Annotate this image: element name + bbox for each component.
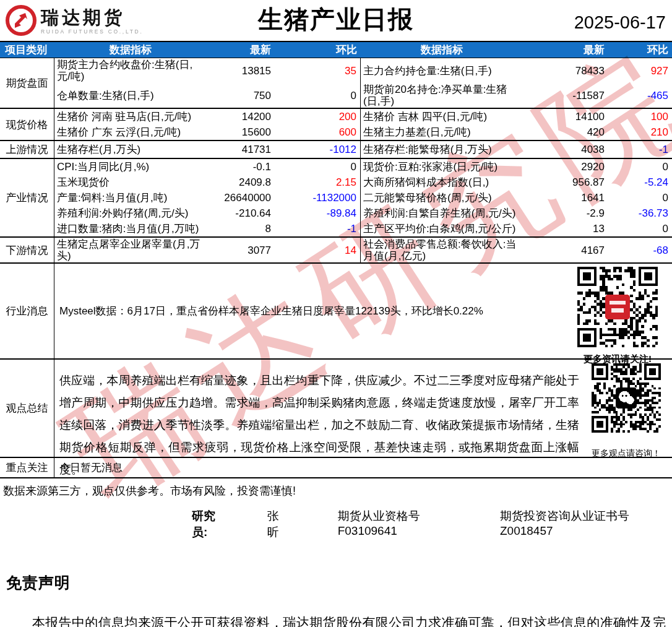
researcher-name: 张昕 [267, 508, 290, 540]
category-label: 现货价格 [0, 109, 54, 140]
latest-value-cell: 14200 [207, 109, 276, 124]
latest-value-cell: 26640000 [207, 190, 276, 205]
indicator-cell: CPI:当月同比(月,%) [54, 159, 207, 175]
indicator-cell: 现货价:豆粕:张家港(日,元/吨) [361, 159, 523, 175]
latest-value-cell: 15600 [207, 124, 276, 140]
indicator-cell: 玉米现货价 [54, 175, 207, 190]
indicator-cell: 养殖利润:外购仔猪(周,元/头) [54, 205, 207, 221]
table-group-5: 下游情况生猪定点屠宰企业屠宰量(月,万头)307714社会消费品零售总额:餐饮收… [0, 238, 672, 264]
change-value-cell: -1 [610, 141, 672, 158]
indicator-cell: 生猪存栏:能繁母猪(月,万头) [361, 141, 523, 158]
info-qr-code: 更多资讯请关注! [577, 267, 658, 365]
indicator-cell: 二元能繁母猪价格(周,元/头) [361, 190, 523, 205]
col-header-latest-right: 最新 [523, 43, 610, 57]
indicator-cell: 期货前20名持仓:净买单量:生猪(日,手) [361, 83, 523, 108]
indicator-cell: 生猪存栏(月,万头) [54, 141, 207, 158]
report-page: 瑞达研究院 瑞达期货 RUIDA FUTURES CO.,LTD. 生猪产业日报… [0, 0, 672, 627]
disclaimer-section: 免责声明 本报告中的信息均来源于公开可获得资料，瑞达期货股份有限公司力求准确可靠… [0, 573, 672, 627]
indicator-cell: 生猪价 广东 云浮(日,元/吨) [54, 124, 207, 140]
company-logo: 瑞达期货 RUIDA FUTURES CO.,LTD. [5, 4, 144, 39]
latest-value-cell: 4038 [523, 141, 610, 158]
report-date: 2025-06-17 [574, 12, 666, 33]
logo-text-en: RUIDA FUTURES CO.,LTD. [41, 28, 144, 35]
change-value-cell: 0 [610, 221, 672, 236]
table-group-8: 重点关注今日暂无消息 [0, 458, 672, 478]
indicator-cell: 仓单数量:生猪(日,手) [54, 83, 207, 108]
latest-value-cell: 1641 [523, 190, 610, 205]
col-header-category: 项目类别 [0, 43, 54, 57]
table-group-2: 现货价格生猪价 河南 驻马店(日,元/吨)14200200生猪价 吉林 四平(日… [0, 109, 672, 141]
change-value-cell: -465 [610, 83, 672, 108]
disclaimer-body: 本报告中的信息均来源于公开可获得资料，瑞达期货股份有限公司力求准确可靠，但对这些… [6, 610, 666, 627]
category-label: 下游情况 [0, 238, 54, 262]
change-value-cell: 35 [276, 58, 361, 83]
latest-value-cell: 14100 [523, 109, 610, 124]
change-value-cell: 0 [610, 190, 672, 205]
change-value-cell: 14 [276, 238, 361, 262]
change-value-cell: -1132000 [276, 190, 361, 205]
change-value-cell: -89.84 [276, 205, 361, 221]
indicator-cell: 养殖利润:自繁自养生猪(周,元/头) [361, 205, 523, 221]
researcher-line: 研究员: 张昕 期货从业资格号F03109641 期货投资咨询从业证书号Z001… [192, 508, 672, 540]
change-value-cell: 2.15 [276, 175, 361, 190]
category-label: 重点关注 [0, 458, 54, 477]
researcher-label: 研究员: [192, 508, 229, 540]
indicator-cell: 生猪主力基差(日,元/吨) [361, 124, 523, 140]
col-header-indicator-left: 数据指标 [54, 43, 207, 57]
latest-value-cell: -210.64 [207, 205, 276, 221]
indicator-cell: 主产区平均价:白条鸡(周,元/公斤) [361, 221, 523, 236]
indicator-cell: 进口数量:猪肉:当月值(月,万吨) [54, 221, 207, 236]
risk-note: 数据来源第三方，观点仅供参考。市场有风险，投资需谨慎! [0, 478, 672, 498]
indicator-cell: 生猪定点屠宰企业屠宰量(月,万头) [54, 238, 207, 262]
latest-value-cell: 8 [207, 221, 276, 236]
change-value-cell: -5.24 [610, 175, 672, 190]
disclaimer-heading: 免责声明 [6, 573, 666, 593]
change-value-cell: 927 [610, 58, 672, 83]
logo-text-cn: 瑞达期货 [41, 9, 144, 27]
col-header-change-right: 环比 [610, 43, 672, 57]
col-header-change-left: 环比 [276, 43, 361, 57]
report-header: 瑞达期货 RUIDA FUTURES CO.,LTD. 生猪产业日报 2025-… [0, 0, 672, 41]
latest-value-cell: 13 [523, 221, 610, 236]
category-label: 上游情况 [0, 141, 54, 158]
latest-value-cell: -11587 [523, 83, 610, 108]
change-value-cell: -1012 [276, 141, 361, 158]
focus-text-cell: 今日暂无消息 [54, 458, 672, 477]
latest-value-cell: 13815 [207, 58, 276, 83]
indicator-cell: 大商所猪饲料成本指数(日,) [361, 175, 523, 190]
change-value-cell: 0 [610, 159, 672, 175]
latest-value-cell: 420 [523, 124, 610, 140]
change-value-cell: -36.73 [610, 205, 672, 221]
latest-value-cell: -2.9 [523, 205, 610, 221]
change-value-cell: 200 [276, 109, 361, 124]
col-header-indicator-right: 数据指标 [361, 43, 523, 57]
indicator-cell: 生猪价 吉林 四平(日,元/吨) [361, 109, 523, 124]
latest-value-cell: 4167 [523, 238, 610, 262]
category-label: 观点总结 [0, 360, 54, 457]
researcher-qualification: 期货从业资格号F03109641 [338, 508, 472, 538]
focus-text: 今日暂无消息 [59, 461, 123, 475]
latest-value-cell: -0.1 [207, 159, 276, 175]
view-text-cell: 供应端，本周养殖端出栏有缩量迹象，且出栏均重下降，供应减少。不过二三季度对应母猪… [54, 360, 672, 457]
table-body: 期货盘面期货主力合约收盘价:生猪(日,元/吨)1381535主力合约持仓量:生猪… [0, 58, 672, 478]
researcher-consulting-cert: 期货投资咨询从业证书号Z0018457 [500, 508, 672, 538]
indicator-cell: 社会消费品零售总额:餐饮收入:当月值(月,亿元) [361, 238, 523, 262]
category-label: 产业情况 [0, 159, 54, 236]
change-value-cell: 210 [610, 124, 672, 140]
change-value-cell: 100 [610, 109, 672, 124]
indicator-cell: 期货主力合约收盘价:生猪(日,元/吨) [54, 58, 207, 83]
table-group-3: 上游情况生猪存栏(月,万头)41731-1012生猪存栏:能繁母猪(月,万头)4… [0, 141, 672, 159]
wechat-qr-code: 更多观点请咨询！ [590, 363, 662, 465]
latest-value-cell: 956.87 [523, 175, 610, 190]
latest-value-cell: 2409.8 [207, 175, 276, 190]
change-value-cell: 0 [276, 83, 361, 108]
table-group-6: 行业消息Mysteel数据：6月17日，重点省份样本屠宰企业生猪日度屠宰量122… [0, 264, 672, 360]
latest-value-cell: 41731 [207, 141, 276, 158]
news-text: Mysteel数据：6月17日，重点省份样本屠宰企业生猪日度屠宰量122139头… [59, 304, 483, 318]
indicator-cell: 主力合约持仓量:生猪(日,手) [361, 58, 523, 83]
table-header-row: 项目类别 数据指标 最新 环比 数据指标 最新 环比 [0, 41, 672, 58]
category-label: 行业消息 [0, 264, 54, 358]
news-text-cell: Mysteel数据：6月17日，重点省份样本屠宰企业生猪日度屠宰量122139头… [54, 264, 672, 358]
latest-value-cell: 2920 [523, 159, 610, 175]
change-value-cell: -68 [610, 238, 672, 262]
